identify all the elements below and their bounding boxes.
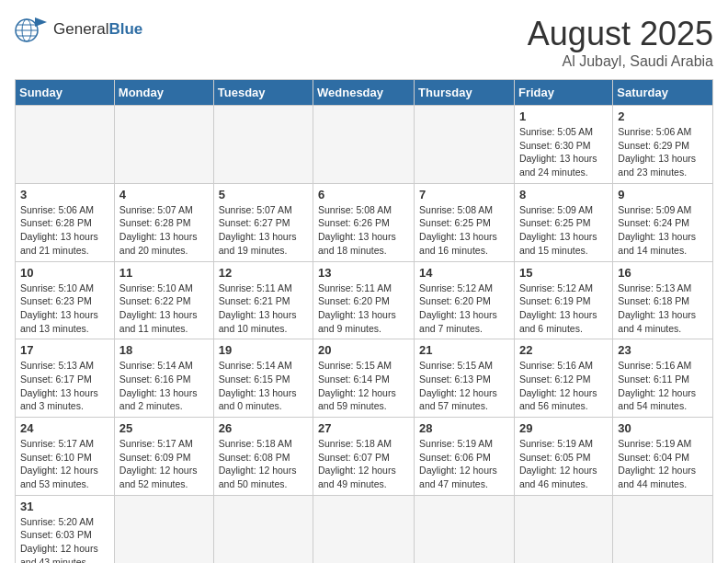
calendar-cell: 12Sunrise: 5:11 AM Sunset: 6:21 PM Dayli… xyxy=(213,261,313,339)
calendar-cell: 26Sunrise: 5:18 AM Sunset: 6:08 PM Dayli… xyxy=(213,418,313,496)
calendar-cell xyxy=(313,495,415,563)
calendar-cell: 9Sunrise: 5:09 AM Sunset: 6:24 PM Daylig… xyxy=(613,183,713,261)
calendar-cell: 23Sunrise: 5:16 AM Sunset: 6:11 PM Dayli… xyxy=(613,339,713,418)
calendar-cell: 19Sunrise: 5:14 AM Sunset: 6:15 PM Dayli… xyxy=(213,339,313,418)
day-number: 23 xyxy=(618,343,708,357)
day-info: Sunrise: 5:15 AM Sunset: 6:13 PM Dayligh… xyxy=(419,359,509,413)
day-number: 15 xyxy=(519,266,608,280)
calendar-cell: 29Sunrise: 5:19 AM Sunset: 6:05 PM Dayli… xyxy=(514,418,612,496)
day-number: 9 xyxy=(618,188,708,201)
calendar-cell xyxy=(415,106,515,184)
calendar-cell: 4Sunrise: 5:07 AM Sunset: 6:28 PM Daylig… xyxy=(114,183,213,261)
day-info: Sunrise: 5:10 AM Sunset: 6:22 PM Dayligh… xyxy=(119,282,209,336)
calendar-week-2: 3Sunrise: 5:06 AM Sunset: 6:28 PM Daylig… xyxy=(16,183,713,261)
day-number: 11 xyxy=(119,266,209,280)
day-number: 16 xyxy=(618,266,708,280)
calendar-cell: 11Sunrise: 5:10 AM Sunset: 6:22 PM Dayli… xyxy=(114,261,213,339)
calendar-cell: 8Sunrise: 5:09 AM Sunset: 6:25 PM Daylig… xyxy=(514,183,612,261)
month-title: August 2025 xyxy=(528,15,713,53)
calendar-cell xyxy=(213,106,313,184)
day-info: Sunrise: 5:13 AM Sunset: 6:18 PM Dayligh… xyxy=(618,282,708,336)
day-info: Sunrise: 5:09 AM Sunset: 6:25 PM Dayligh… xyxy=(519,203,608,258)
calendar-week-4: 17Sunrise: 5:13 AM Sunset: 6:17 PM Dayli… xyxy=(16,339,713,418)
calendar-cell: 31Sunrise: 5:20 AM Sunset: 6:03 PM Dayli… xyxy=(16,495,115,563)
day-number: 8 xyxy=(519,188,608,201)
calendar-cell: 27Sunrise: 5:18 AM Sunset: 6:07 PM Dayli… xyxy=(313,418,415,496)
day-info: Sunrise: 5:18 AM Sunset: 6:07 PM Dayligh… xyxy=(318,437,409,491)
calendar-cell xyxy=(213,495,313,563)
day-number: 28 xyxy=(419,421,509,435)
calendar-week-6: 31Sunrise: 5:20 AM Sunset: 6:03 PM Dayli… xyxy=(16,495,713,563)
calendar-cell: 2Sunrise: 5:06 AM Sunset: 6:29 PM Daylig… xyxy=(613,106,713,184)
calendar-table: SundayMondayTuesdayWednesdayThursdayFrid… xyxy=(15,79,713,563)
calendar-cell: 17Sunrise: 5:13 AM Sunset: 6:17 PM Dayli… xyxy=(16,339,115,418)
calendar-cell xyxy=(514,495,612,563)
calendar-cell: 5Sunrise: 5:07 AM Sunset: 6:27 PM Daylig… xyxy=(213,183,313,261)
calendar-cell: 18Sunrise: 5:14 AM Sunset: 6:16 PM Dayli… xyxy=(114,339,213,418)
day-number: 25 xyxy=(119,421,209,435)
weekday-header-saturday: Saturday xyxy=(613,80,713,106)
weekday-header-sunday: Sunday xyxy=(16,80,115,106)
logo: GeneralBlue xyxy=(15,15,142,44)
day-number: 29 xyxy=(519,421,608,435)
day-number: 21 xyxy=(419,343,509,357)
day-info: Sunrise: 5:08 AM Sunset: 6:25 PM Dayligh… xyxy=(419,203,509,258)
day-info: Sunrise: 5:16 AM Sunset: 6:11 PM Dayligh… xyxy=(618,359,708,413)
calendar-cell: 15Sunrise: 5:12 AM Sunset: 6:19 PM Dayli… xyxy=(514,261,612,339)
day-info: Sunrise: 5:14 AM Sunset: 6:16 PM Dayligh… xyxy=(119,359,209,413)
calendar-cell: 20Sunrise: 5:15 AM Sunset: 6:14 PM Dayli… xyxy=(313,339,415,418)
calendar-cell: 30Sunrise: 5:19 AM Sunset: 6:04 PM Dayli… xyxy=(613,418,713,496)
day-number: 30 xyxy=(618,421,708,435)
day-info: Sunrise: 5:20 AM Sunset: 6:03 PM Dayligh… xyxy=(20,515,109,563)
day-number: 19 xyxy=(219,343,308,357)
calendar-cell: 10Sunrise: 5:10 AM Sunset: 6:23 PM Dayli… xyxy=(16,261,115,339)
day-info: Sunrise: 5:11 AM Sunset: 6:20 PM Dayligh… xyxy=(318,282,409,336)
day-info: Sunrise: 5:09 AM Sunset: 6:24 PM Dayligh… xyxy=(618,203,708,258)
day-info: Sunrise: 5:12 AM Sunset: 6:19 PM Dayligh… xyxy=(519,282,608,336)
day-info: Sunrise: 5:17 AM Sunset: 6:09 PM Dayligh… xyxy=(119,437,209,491)
day-number: 27 xyxy=(318,421,409,435)
day-number: 1 xyxy=(519,109,608,123)
day-info: Sunrise: 5:16 AM Sunset: 6:12 PM Dayligh… xyxy=(519,359,608,413)
calendar-cell: 28Sunrise: 5:19 AM Sunset: 6:06 PM Dayli… xyxy=(415,418,515,496)
day-number: 2 xyxy=(618,109,708,123)
day-number: 3 xyxy=(20,188,109,201)
calendar-cell: 14Sunrise: 5:12 AM Sunset: 6:20 PM Dayli… xyxy=(415,261,515,339)
title-area: August 2025 Al Jubayl, Saudi Arabia xyxy=(528,15,713,70)
calendar-cell: 16Sunrise: 5:13 AM Sunset: 6:18 PM Dayli… xyxy=(613,261,713,339)
day-number: 14 xyxy=(419,266,509,280)
weekday-header-tuesday: Tuesday xyxy=(213,80,313,106)
calendar-header-row: SundayMondayTuesdayWednesdayThursdayFrid… xyxy=(16,80,713,106)
calendar-cell xyxy=(16,106,115,184)
calendar-cell: 3Sunrise: 5:06 AM Sunset: 6:28 PM Daylig… xyxy=(16,183,115,261)
day-info: Sunrise: 5:06 AM Sunset: 6:29 PM Dayligh… xyxy=(618,125,708,179)
day-number: 6 xyxy=(318,188,409,201)
svg-marker-5 xyxy=(35,17,47,27)
day-info: Sunrise: 5:05 AM Sunset: 6:30 PM Dayligh… xyxy=(519,125,608,179)
calendar-cell xyxy=(313,106,415,184)
day-number: 22 xyxy=(519,343,608,357)
logo-text: GeneralBlue xyxy=(53,21,142,39)
day-number: 7 xyxy=(419,188,509,201)
calendar-cell: 6Sunrise: 5:08 AM Sunset: 6:26 PM Daylig… xyxy=(313,183,415,261)
day-info: Sunrise: 5:07 AM Sunset: 6:27 PM Dayligh… xyxy=(219,203,308,258)
day-info: Sunrise: 5:14 AM Sunset: 6:15 PM Dayligh… xyxy=(219,359,308,413)
day-info: Sunrise: 5:07 AM Sunset: 6:28 PM Dayligh… xyxy=(119,203,209,258)
day-number: 18 xyxy=(119,343,209,357)
calendar-cell xyxy=(114,106,213,184)
day-info: Sunrise: 5:13 AM Sunset: 6:17 PM Dayligh… xyxy=(20,359,109,413)
day-number: 17 xyxy=(20,343,109,357)
weekday-header-thursday: Thursday xyxy=(415,80,515,106)
day-number: 20 xyxy=(318,343,409,357)
calendar-cell: 13Sunrise: 5:11 AM Sunset: 6:20 PM Dayli… xyxy=(313,261,415,339)
weekday-header-friday: Friday xyxy=(514,80,612,106)
calendar-cell: 1Sunrise: 5:05 AM Sunset: 6:30 PM Daylig… xyxy=(514,106,612,184)
day-info: Sunrise: 5:12 AM Sunset: 6:20 PM Dayligh… xyxy=(419,282,509,336)
day-info: Sunrise: 5:11 AM Sunset: 6:21 PM Dayligh… xyxy=(219,282,308,336)
day-info: Sunrise: 5:19 AM Sunset: 6:04 PM Dayligh… xyxy=(618,437,708,491)
day-number: 10 xyxy=(20,266,109,280)
day-number: 26 xyxy=(219,421,308,435)
calendar-week-3: 10Sunrise: 5:10 AM Sunset: 6:23 PM Dayli… xyxy=(16,261,713,339)
calendar-cell xyxy=(613,495,713,563)
day-info: Sunrise: 5:19 AM Sunset: 6:06 PM Dayligh… xyxy=(419,437,509,491)
